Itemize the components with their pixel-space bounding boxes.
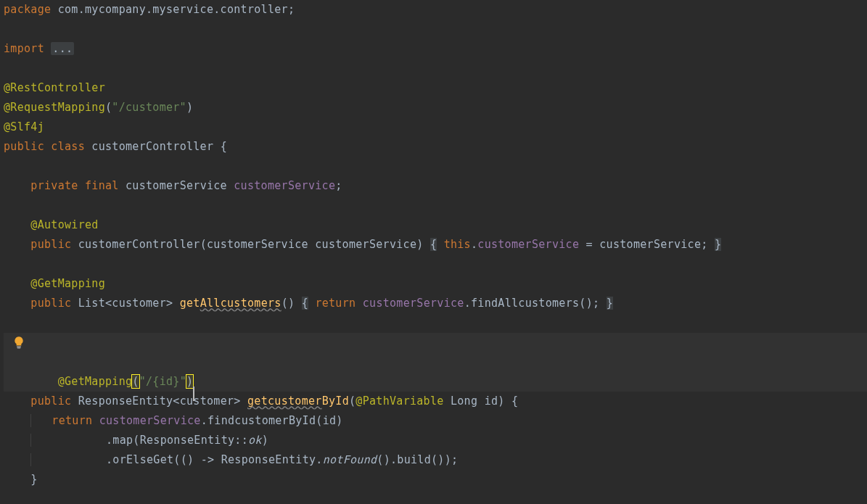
constructor-name: customerController [78, 238, 200, 251]
keyword-import: import [4, 42, 44, 55]
code-line[interactable]: } [4, 470, 867, 489]
code-line[interactable]: public List<customer> getAllcustomers() … [4, 294, 867, 313]
keyword-package: package [4, 3, 51, 16]
code-line[interactable]: @RequestMapping("/customer") [4, 98, 867, 117]
code-line[interactable]: package com.mycompany.myservice.controll… [4, 0, 867, 20]
code-line[interactable]: private final customerService customerSe… [4, 176, 867, 196]
svg-rect-1 [17, 347, 21, 348]
annotation-requestmapping: @RequestMapping [4, 101, 105, 114]
code-line[interactable]: .orElseGet(() -> ResponseEntity.notFound… [4, 450, 867, 470]
keyword-public: public [4, 140, 44, 153]
code-editor[interactable]: package com.mycompany.myservice.controll… [0, 0, 867, 504]
annotation-restcontroller: @RestController [4, 81, 105, 94]
field-name: customerService [234, 179, 335, 192]
code-line[interactable]: @Autowired [4, 215, 867, 235]
code-line[interactable]: public class customerController { [4, 137, 867, 157]
code-line-blank[interactable] [4, 255, 867, 274]
code-line-blank[interactable] [4, 196, 867, 215]
code-line-blank[interactable] [4, 59, 867, 78]
method-ref-ok: ok [248, 434, 262, 447]
svg-rect-0 [17, 347, 21, 347]
class-name: customerController [85, 140, 221, 153]
intention-bulb-icon[interactable] [12, 336, 25, 349]
annotation-slf4j: @Slf4j [4, 120, 44, 133]
code-line[interactable]: @GetMapping [4, 274, 867, 294]
code-line-blank[interactable] [4, 489, 867, 504]
keyword-private: private [30, 179, 78, 192]
code-line[interactable]: .map(ResponseEntity::ok) [4, 431, 867, 450]
code-line[interactable]: @Slf4j [4, 117, 867, 137]
static-notfound: notFound [323, 453, 377, 466]
code-line[interactable]: public ResponseEntity<customer> getcusto… [4, 392, 867, 411]
code-line-current[interactable]: @GetMapping("/{id}") [4, 333, 867, 392]
keyword-return: return [52, 414, 92, 427]
keyword-return: return [315, 297, 356, 310]
string-literal: "/customer" [112, 101, 186, 114]
semicolon: ; [288, 3, 295, 16]
code-line[interactable]: return customerService.findcustomerById(… [4, 411, 867, 431]
code-line[interactable]: import ... [4, 39, 867, 59]
code-line-blank[interactable] [4, 313, 867, 333]
keyword-class: class [51, 140, 85, 153]
code-line[interactable]: public customerController(customerServic… [4, 235, 867, 255]
keyword-final: final [85, 179, 119, 192]
code-line-blank[interactable] [4, 20, 867, 39]
annotation-autowired: @Autowired [30, 218, 98, 231]
string-literal: "/{id}" [139, 375, 186, 388]
keyword-this: this [444, 238, 471, 251]
method-getallcustomers: getAllcustomers [180, 297, 282, 310]
code-line[interactable]: @RestController [4, 78, 867, 98]
annotation-getmapping: @GetMapping [30, 277, 105, 290]
annotation-pathvariable: @PathVariable [356, 394, 443, 408]
code-line-blank[interactable] [4, 157, 867, 176]
method-getcustomerbyid: getcustomerById [247, 394, 349, 408]
import-fold[interactable]: ... [51, 42, 74, 55]
annotation-getmapping-id: @GetMapping [58, 375, 133, 388]
package-path: com.mycompany.myservice.controller [51, 3, 288, 16]
